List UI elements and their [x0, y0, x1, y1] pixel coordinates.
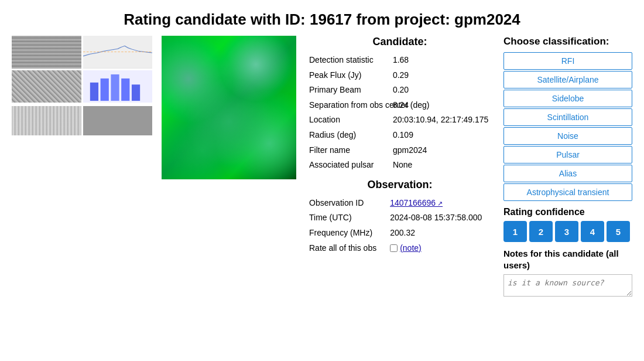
observation-table: Observation ID1407166696 ↗Time (UTC)2024… [306, 196, 494, 256]
svg-rect-5 [111, 74, 119, 100]
candidate-row: Associated pulsarNone [306, 158, 494, 173]
field-label: Filter name [306, 143, 389, 158]
field-label: Peak Flux (Jy) [306, 68, 389, 83]
classification-option-btn[interactable]: RFI [503, 52, 632, 70]
info-panel: Candidate: Detection statistic1.68Peak F… [306, 36, 494, 256]
field-value: gpm2024 [389, 143, 494, 158]
rating-btn-2[interactable]: 2 [529, 221, 553, 242]
candidate-row: Peak Flux (Jy)0.29 [306, 68, 494, 83]
field-value: 8.24 [389, 98, 494, 113]
rate-all-checkbox[interactable] [390, 244, 398, 252]
field-label: Radius (deg) [306, 128, 389, 143]
candidate-row: Radius (deg)0.109 [306, 128, 494, 143]
thumb-bottom-right [83, 70, 153, 103]
candidate-row: Location20:03:10.94, 22:17:49.175 [306, 113, 494, 128]
field-value: 0.20 [389, 83, 494, 98]
field-label: Separation from obs center (deg) [306, 98, 389, 113]
candidate-image [162, 36, 296, 179]
classification-option-btn[interactable]: Noise [503, 127, 632, 145]
notes-textarea[interactable] [503, 274, 632, 297]
rating-buttons: 12345 [503, 221, 632, 242]
svg-rect-6 [121, 78, 129, 100]
field-label: Location [306, 113, 389, 128]
field-value: 0.29 [389, 68, 494, 83]
page-title: Rating candidate with ID: 19617 from pro… [0, 0, 644, 36]
thumb-extra-left [12, 106, 81, 135]
field-label: Rate all of this obs [306, 241, 386, 256]
classification-option-btn[interactable]: Satellite/Airplane [503, 71, 632, 88]
classification-buttons: RFISatellite/AirplaneSidelobeScintillati… [503, 52, 632, 201]
classification-option-btn[interactable]: Scintillation [503, 108, 632, 126]
obs-id-value[interactable]: 1407166696 ↗ [386, 196, 494, 211]
classification-option-btn[interactable]: Alias [503, 165, 632, 182]
observation-row: Frequency (MHz)200.32 [306, 226, 494, 241]
thumb-bottom-left [12, 70, 81, 103]
candidate-section-title: Candidate: [306, 36, 494, 48]
thumbnails-panel [12, 36, 152, 135]
notes-title: Notes for this candidate (all users) [503, 248, 632, 271]
svg-rect-3 [90, 82, 98, 100]
classification-option-btn[interactable]: Pulsar [503, 146, 632, 164]
field-value: 2024-08-08 15:37:58.000 [386, 210, 494, 226]
field-label: Primary Beam [306, 83, 389, 98]
field-label: Detection statistic [306, 53, 389, 68]
rating-btn-5[interactable]: 5 [607, 221, 630, 242]
field-value: None [389, 158, 494, 173]
field-value: 0.109 [389, 128, 494, 143]
candidate-table: Detection statistic1.68Peak Flux (Jy)0.2… [306, 53, 494, 173]
checkbox-cell[interactable]: (note) [386, 241, 494, 256]
candidate-row: Separation from obs center (deg)8.24 [306, 98, 494, 113]
field-label: Observation ID [306, 196, 386, 211]
observation-section-title: Observation: [306, 179, 494, 191]
note-link[interactable]: (note) [400, 243, 422, 254]
rating-btn-3[interactable]: 3 [555, 221, 578, 242]
observation-row: Time (UTC)2024-08-08 15:37:58.000 [306, 210, 494, 226]
classification-option-btn[interactable]: Sidelobe [503, 90, 632, 107]
field-label: Time (UTC) [306, 210, 386, 226]
thumb-extra-right [83, 106, 153, 135]
thumb-top-right [83, 36, 153, 69]
field-label: Associated pulsar [306, 158, 389, 173]
observation-id-link[interactable]: 1407166696 ↗ [390, 198, 443, 207]
classification-title: Choose classification: [503, 36, 632, 47]
field-value: 200.32 [386, 226, 494, 241]
rating-btn-4[interactable]: 4 [581, 221, 604, 242]
thumb-top-left [12, 36, 81, 69]
classification-option-btn[interactable]: Astrophysical transient [503, 183, 632, 201]
rating-btn-1[interactable]: 1 [503, 221, 527, 242]
rating-confidence-title: Rating confidence [503, 207, 632, 217]
candidate-row: Detection statistic1.68 [306, 53, 494, 68]
candidate-row: Primary Beam0.20 [306, 83, 494, 98]
observation-row: Rate all of this obs(note) [306, 241, 494, 256]
field-label: Frequency (MHz) [306, 226, 386, 241]
external-link-icon: ↗ [436, 200, 443, 207]
field-value: 1.68 [389, 53, 494, 68]
observation-row: Observation ID1407166696 ↗ [306, 196, 494, 211]
field-value: 20:03:10.94, 22:17:49.175 [389, 113, 494, 128]
candidate-row: Filter namegpm2024 [306, 143, 494, 158]
classification-panel: Choose classification: RFISatellite/Airp… [503, 36, 632, 298]
svg-rect-4 [100, 78, 108, 100]
svg-rect-7 [131, 84, 139, 101]
